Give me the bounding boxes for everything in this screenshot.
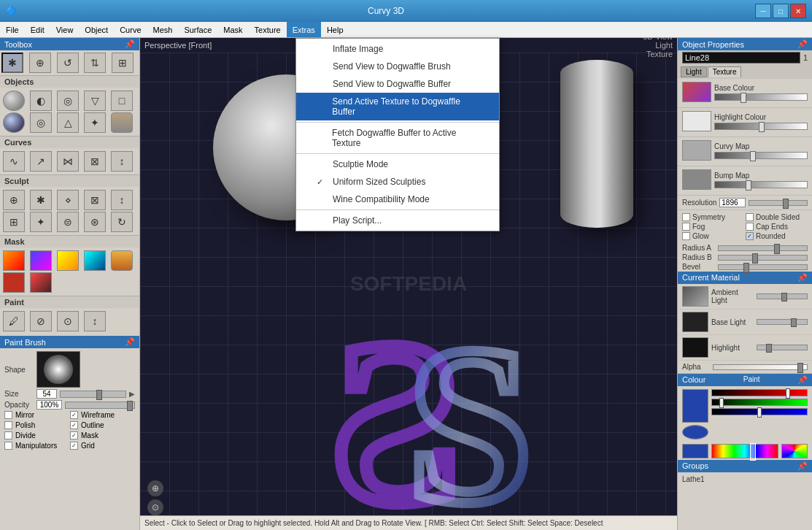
ambient-light-preview[interactable] xyxy=(682,286,708,307)
curve-tool4[interactable]: ⊠ xyxy=(84,151,106,172)
tool-ball[interactable]: ⠀ xyxy=(3,91,25,111)
menu-help[interactable]: Help xyxy=(321,22,349,37)
resolution-input[interactable] xyxy=(719,198,746,207)
sculpt-tool1[interactable]: ⊕ xyxy=(3,190,25,210)
toolbox-pin[interactable]: 📌 xyxy=(125,39,135,49)
sculpt-tool4[interactable]: ⊠ xyxy=(84,190,106,210)
mask-tool6[interactable]: ⠀ xyxy=(3,272,25,293)
colour-circle-1[interactable] xyxy=(682,425,708,439)
tool-half-circle[interactable]: ◐ xyxy=(30,91,52,111)
base-light-preview[interactable] xyxy=(682,312,708,332)
radius-a-slider[interactable] xyxy=(718,245,808,251)
menu-play-script[interactable]: Play Script... xyxy=(296,212,499,229)
size-slider[interactable] xyxy=(60,391,126,398)
wireframe-checkbox[interactable] xyxy=(70,411,78,419)
mask-tool5[interactable]: ⠀ xyxy=(111,250,133,271)
colour-pin[interactable]: 📌 xyxy=(797,375,808,385)
hue-wheel[interactable] xyxy=(781,444,808,458)
groups-item[interactable]: Lathe1 xyxy=(682,475,705,483)
menu-mask[interactable]: Mask xyxy=(217,22,248,37)
brush-shape-preview[interactable] xyxy=(36,351,80,388)
mask-tool3[interactable]: ⠀ xyxy=(57,250,79,271)
ambient-light-slider[interactable] xyxy=(757,293,808,299)
object-name-input[interactable] xyxy=(682,52,800,64)
fog-checkbox[interactable] xyxy=(682,223,690,231)
double-sided-checkbox[interactable] xyxy=(746,213,754,221)
menu-edit[interactable]: Edit xyxy=(25,22,50,37)
menu-fetch-dogwaffle[interactable]: Fetch Dogwaffle Buffer to Active Texture xyxy=(296,124,499,152)
tool-box[interactable]: □ xyxy=(111,91,133,111)
cap-ends-checkbox[interactable] xyxy=(746,223,754,231)
menu-send-view-brush[interactable]: Send View to Dogwaffle Brush xyxy=(296,58,499,75)
view-light[interactable]: Light xyxy=(655,41,673,50)
manipulators-checkbox[interactable] xyxy=(4,442,12,450)
menu-curve[interactable]: Curve xyxy=(114,22,147,37)
groups-pin[interactable]: 📌 xyxy=(797,461,808,471)
menu-object[interactable]: Object xyxy=(79,22,114,37)
main-colour-swatch[interactable] xyxy=(682,389,708,423)
menu-wine-compat[interactable]: Wine Compatibility Mode xyxy=(296,191,499,208)
rounded-checkbox[interactable] xyxy=(746,232,754,240)
tool-cone[interactable]: ▽ xyxy=(84,91,106,111)
radius-b-slider[interactable] xyxy=(718,255,808,261)
mask-tool4[interactable]: ⠀ xyxy=(84,250,106,271)
polish-checkbox[interactable] xyxy=(4,421,12,429)
hue-slider[interactable] xyxy=(711,444,778,458)
tab-light[interactable]: Light xyxy=(681,66,707,77)
curve-tool3[interactable]: ⋈ xyxy=(57,151,79,172)
sculpt-tool5[interactable]: ↕ xyxy=(111,190,133,210)
menu-inflate-image[interactable]: Inflate Image xyxy=(296,40,499,58)
current-material-pin[interactable]: 📌 xyxy=(797,273,808,283)
highlight-colour-slider[interactable] xyxy=(714,123,808,130)
opacity-value[interactable]: 100% xyxy=(36,400,62,410)
menu-send-view-buffer[interactable]: Send View to Dogwaffle Buffer xyxy=(296,75,499,93)
close-button[interactable]: ✕ xyxy=(790,4,806,18)
maximize-button[interactable]: □ xyxy=(773,4,789,18)
sculpt-tool6[interactable]: ⊞ xyxy=(3,212,25,232)
sculpt-tool9[interactable]: ⊛ xyxy=(84,212,106,232)
menu-surface[interactable]: Surface xyxy=(178,22,217,37)
curve-tool5[interactable]: ↕ xyxy=(111,151,133,172)
sculpt-tool3[interactable]: ⋄ xyxy=(57,190,79,210)
sculpt-tool7[interactable]: ✦ xyxy=(30,212,52,232)
base-colour-preview[interactable] xyxy=(682,82,711,102)
outline-checkbox[interactable] xyxy=(70,421,78,429)
menu-texture[interactable]: Texture xyxy=(249,22,287,37)
menu-extras[interactable]: Extras xyxy=(287,22,321,37)
alpha-slider[interactable] xyxy=(713,364,808,370)
menu-uniform-sculpties[interactable]: ✓ Uniform Sized Sculpties xyxy=(296,173,499,191)
glow-checkbox[interactable] xyxy=(682,232,690,240)
view-texture[interactable]: Texture xyxy=(646,50,673,58)
curve-tool1[interactable]: ∿ xyxy=(3,151,25,172)
highlight-preview[interactable] xyxy=(682,337,708,358)
tool-move[interactable]: ⊕ xyxy=(29,53,51,73)
curvy-map-slider[interactable] xyxy=(714,152,808,159)
nav-compass[interactable]: ⊕ xyxy=(147,480,163,496)
menu-send-active-texture[interactable]: Send Active Texture to Dogwaffle Buffer xyxy=(296,93,499,120)
menu-sculptie-mode[interactable]: Sculptie Mode xyxy=(296,155,499,173)
symmetry-checkbox[interactable] xyxy=(682,213,690,221)
paint-brush-pin[interactable]: 📌 xyxy=(125,337,135,347)
tool-tri[interactable]: △ xyxy=(57,112,79,133)
paint-tool4[interactable]: ↕ xyxy=(84,311,106,331)
tool-ring[interactable]: ◎ xyxy=(57,91,79,111)
bump-map-preview[interactable] xyxy=(682,169,711,190)
mask-checkbox[interactable] xyxy=(70,431,78,439)
mask-tool7[interactable]: ⠀ xyxy=(30,272,52,293)
nav-zoom[interactable]: ⊙ xyxy=(147,499,163,515)
menu-file[interactable]: File xyxy=(0,22,25,37)
paint-tool2[interactable]: ⊘ xyxy=(30,311,52,331)
base-light-slider[interactable] xyxy=(757,319,808,325)
paint-tool3[interactable]: ⊙ xyxy=(57,311,79,331)
hue-swatch[interactable] xyxy=(682,444,708,458)
sculpt-tool8[interactable]: ⊜ xyxy=(57,212,79,232)
tool-grid[interactable]: ⊞ xyxy=(112,53,134,73)
tool-select[interactable]: ✱ xyxy=(1,53,23,73)
paint-tool1[interactable]: 🖊 xyxy=(3,311,25,331)
tool-push[interactable]: ⇅ xyxy=(84,53,106,73)
sculpt-tool2[interactable]: ✱ xyxy=(30,190,52,210)
tool-shape4[interactable]: ✦ xyxy=(84,112,106,133)
mask-tool1[interactable]: ⠀ xyxy=(3,250,25,271)
object-properties-pin[interactable]: 📌 xyxy=(797,39,808,49)
red-slider[interactable] xyxy=(711,389,808,396)
